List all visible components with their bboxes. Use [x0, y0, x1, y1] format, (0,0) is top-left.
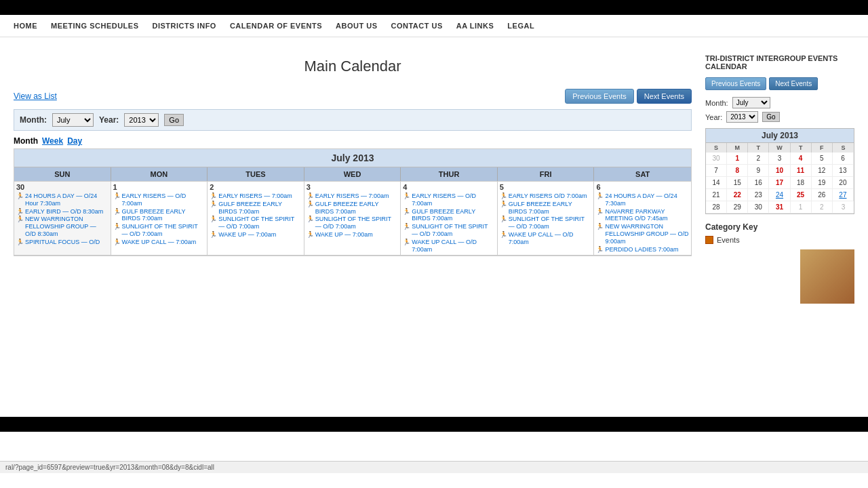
calendar-event[interactable]: 🏃NEW WARRINGTON FELLOWSHIP GROUP — O/D 8… [16, 216, 108, 237]
nav-meeting-schedules[interactable]: MEETING SCHEDULES [51, 22, 139, 30]
mini-cal-header-cell: S [833, 143, 854, 152]
calendar-event[interactable]: 🏃WAKE UP CALL — O/D 7:00am [500, 231, 592, 246]
mini-cal-day[interactable]: 1 [727, 152, 748, 165]
calendar-event[interactable]: 🏃GULF BREEZE EARLY BIRDS 7:00am [307, 201, 399, 216]
mini-cal-day[interactable]: 3 [769, 152, 790, 165]
calendar-day-cell[interactable]: 5🏃EARLY RISERS O/D 7:00am🏃GULF BREEZE EA… [498, 182, 595, 256]
nav-aa-links[interactable]: AA LINKS [456, 22, 494, 30]
header-fri: FRI [498, 167, 595, 181]
next-events-button[interactable]: Next Events [637, 89, 692, 104]
calendar-day-cell[interactable]: 4🏃EARLY RISERS — O/D 7:00am🏃GULF BREEZE … [401, 182, 498, 256]
calendar-event[interactable]: 🏃SUNLIGHT OF THE SPIRIT — O/D 7:00am [403, 223, 495, 238]
nav-legal[interactable]: LEGAL [507, 22, 534, 30]
calendar-event[interactable]: 🏃24 HOURS A DAY — O/24 7:30am [596, 192, 689, 207]
sidebar-go-button[interactable]: Go [762, 112, 779, 122]
calendar-event[interactable]: 🏃24 HOURS A DAY — O/24 Hour 7:30am [16, 192, 108, 207]
nav-districts-info[interactable]: DISTRICTS INFO [153, 22, 216, 30]
mini-cal-day[interactable]: 27 [833, 189, 854, 201]
sidebar-month-select[interactable]: July August [732, 97, 770, 108]
mini-cal-day[interactable]: 3 [833, 201, 854, 214]
mini-cal-day[interactable]: 8 [727, 165, 748, 177]
mini-cal-day[interactable]: 25 [791, 189, 812, 201]
event-icon: 🏃 [403, 223, 410, 230]
calendar-event[interactable]: 🏃WAKE UP CALL — 7:00am [113, 239, 205, 246]
mini-cal-day[interactable]: 24 [769, 189, 790, 201]
calendar-event[interactable]: 🏃SUNLIGHT OF THE SPIRIT — O/D 7:00am [210, 216, 302, 230]
mini-cal-day[interactable]: 29 [727, 201, 748, 214]
tab-day[interactable]: Day [67, 136, 82, 146]
mini-cal-day[interactable]: 22 [727, 189, 748, 201]
calendar-event[interactable]: 🏃WAKE UP CALL — O/D 7:00am [403, 239, 495, 253]
calendar-event[interactable]: 🏃EARLY RISERS — O/D 7:00am [403, 192, 495, 207]
calendar-event[interactable]: 🏃EARLY RISERS — 7:00am [210, 192, 302, 200]
mini-cal-day[interactable]: 10 [769, 165, 790, 177]
mini-cal-day[interactable]: 20 [833, 177, 854, 189]
mini-cal-day[interactable]: 6 [833, 152, 854, 165]
tab-week[interactable]: Week [42, 136, 63, 146]
sidebar-next-button[interactable]: Next Events [769, 77, 818, 90]
view-as-list-link[interactable]: View as List [14, 92, 57, 101]
calendar-day-cell[interactable]: 6🏃24 HOURS A DAY — O/24 7:30am🏃NAVARRE P… [594, 182, 691, 256]
mini-cal-day[interactable]: 31 [769, 201, 790, 214]
nav-about-us[interactable]: ABOUT US [336, 22, 377, 30]
calendar-event[interactable]: 🏃EARLY RISERS — 7:00am [307, 192, 399, 200]
day-number: 3 [307, 183, 399, 191]
calendar-event[interactable]: 🏃GULF BREEZE EARLY BIRDS 7:00am [500, 201, 592, 216]
calendar-event[interactable]: 🏃SPIRITUAL FOCUS — O/D [16, 239, 108, 246]
mini-cal-day[interactable]: 30 [706, 152, 727, 165]
tab-month[interactable]: Month [14, 136, 38, 146]
nav-calendar-events[interactable]: CALENDAR OF EVENTS [230, 22, 322, 30]
mini-cal-day[interactable]: 2 [812, 201, 833, 214]
calendar-event[interactable]: 🏃EARLY RISERS O/D 7:00am [500, 192, 592, 200]
event-icon: 🏃 [210, 192, 217, 200]
mini-cal-day[interactable]: 7 [706, 165, 727, 177]
mini-cal-day[interactable]: 26 [812, 189, 833, 201]
mini-cal-day[interactable]: 14 [706, 177, 727, 189]
mini-cal-day[interactable]: 2 [748, 152, 769, 165]
nav-home[interactable]: HOME [14, 22, 37, 30]
calendar-event[interactable]: 🏃WAKE UP — 7:00am [210, 231, 302, 239]
calendar-event[interactable]: 🏃NAVARRE PARKWAY MEETING O/D 7:45am [596, 208, 689, 223]
sidebar-prev-button[interactable]: Previous Events [705, 77, 766, 90]
calendar-event[interactable]: 🏃SUNLIGHT OF THE SPIRIT — O/D 7:00am [113, 223, 205, 238]
mini-cal-day[interactable]: 11 [791, 165, 812, 177]
mini-cal-header: SMTWTFS [706, 143, 854, 152]
calendar-day-cell[interactable]: 2🏃EARLY RISERS — 7:00am🏃GULF BREEZE EARL… [208, 182, 304, 256]
mini-cal-day[interactable]: 15 [727, 177, 748, 189]
mini-cal-day[interactable]: 1 [791, 201, 812, 214]
mini-cal-day[interactable]: 23 [748, 189, 769, 201]
calendar-event[interactable]: 🏃EARLY BIRD — O/D 8:30am [16, 208, 108, 216]
event-text: WAKE UP CALL — 7:00am [122, 239, 197, 246]
calendar-event[interactable]: 🏃GULF BREEZE EARLY BIRDS 7:00am [403, 208, 495, 223]
calendar-event[interactable]: 🏃GULF BREEZE EARLY BIRDS 7:00am [210, 201, 302, 216]
calendar-event[interactable]: 🏃NEW WARRINGTON FELLOWSHIP GROUP — O/D 9… [596, 223, 689, 245]
calendar-event[interactable]: 🏃SUNLIGHT OF THE SPIRIT — O/D 7:00am [307, 216, 399, 230]
prev-events-button[interactable]: Previous Events [565, 89, 633, 104]
calendar-event[interactable]: 🏃WAKE UP — 7:00am [307, 231, 399, 239]
mini-cal-day[interactable]: 21 [706, 189, 727, 201]
year-select[interactable]: 2013 2014 [124, 113, 159, 127]
navigation: HOME MEETING SCHEDULES DISTRICTS INFO CA… [0, 15, 868, 37]
go-button[interactable]: Go [164, 114, 184, 126]
calendar-event[interactable]: 🏃EARLY RISERS — O/D 7:00am [113, 192, 205, 207]
sidebar-year-select[interactable]: 2013 [726, 111, 758, 123]
mini-cal-day[interactable]: 13 [833, 165, 854, 177]
mini-cal-day[interactable]: 18 [791, 177, 812, 189]
mini-cal-day[interactable]: 4 [791, 152, 812, 165]
mini-cal-day[interactable]: 5 [812, 152, 833, 165]
mini-cal-day[interactable]: 17 [769, 177, 790, 189]
calendar-event[interactable]: 🏃GULF BREEZE EARLY BIRDS 7:00am [113, 208, 205, 223]
mini-cal-day[interactable]: 19 [812, 177, 833, 189]
mini-cal-day[interactable]: 30 [748, 201, 769, 214]
month-select[interactable]: July August [52, 113, 94, 127]
calendar-day-cell[interactable]: 30🏃24 HOURS A DAY — O/24 Hour 7:30am🏃EAR… [14, 182, 111, 256]
calendar-event[interactable]: 🏃PERDIDO LADIES 7:00am [596, 246, 689, 253]
nav-contact-us[interactable]: CONTACT US [391, 22, 442, 30]
calendar-event[interactable]: 🏃SUNLIGHT OF THE SPIRIT — O/D 7:00am [500, 216, 592, 230]
calendar-day-cell[interactable]: 3🏃EARLY RISERS — 7:00am🏃GULF BREEZE EARL… [304, 182, 401, 256]
mini-cal-day[interactable]: 16 [748, 177, 769, 189]
calendar-day-cell[interactable]: 1🏃EARLY RISERS — O/D 7:00am🏃GULF BREEZE … [111, 182, 208, 256]
mini-cal-day[interactable]: 12 [812, 165, 833, 177]
mini-cal-day[interactable]: 9 [748, 165, 769, 177]
mini-cal-day[interactable]: 28 [706, 201, 727, 214]
